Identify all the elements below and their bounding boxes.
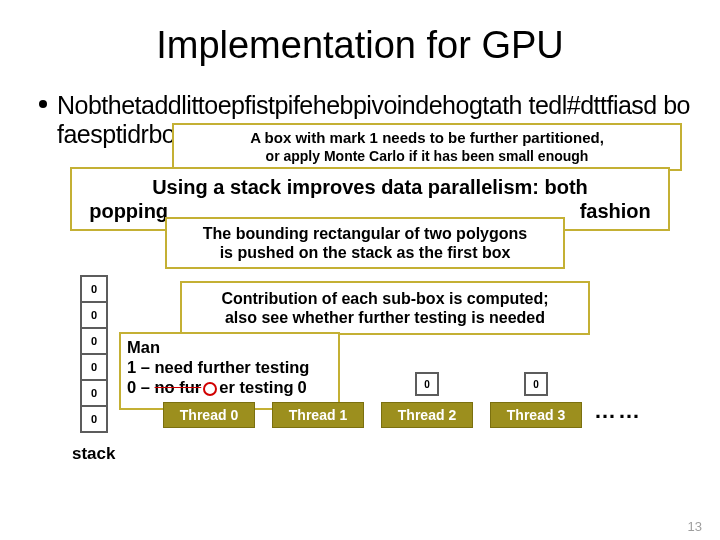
thread-2: Thread 2 xyxy=(381,402,473,428)
legend-line0-strike: no fur xyxy=(155,378,202,396)
callout-summary-l2a: popping xyxy=(89,200,168,222)
legend-line1: 1 – need further testing xyxy=(127,357,332,377)
thread-0: Thread 0 xyxy=(163,402,255,428)
callout-bounding-l1: The bounding rectangular of two polygons xyxy=(175,224,555,243)
callout-pop: A box with mark 1 needs to be further pa… xyxy=(172,123,682,171)
subbox: 0 xyxy=(524,372,548,396)
callout-summary-l1: Using a stack improves data parallelism:… xyxy=(82,175,658,199)
ellipsis-icon: …… xyxy=(594,398,642,424)
legend-line0-end: 0 xyxy=(298,378,307,396)
callout-bounding-l2: is pushed on the stack as the first box xyxy=(175,243,555,262)
thread-3: Thread 3 xyxy=(490,402,582,428)
slide-title: Implementation for GPU xyxy=(0,24,720,67)
stack-cell: 0 xyxy=(80,327,108,355)
thread-1: Thread 1 xyxy=(272,402,364,428)
stack-cell: 0 xyxy=(80,405,108,433)
stack-label: stack xyxy=(72,444,115,464)
callout-summary-l2b: fashion xyxy=(580,200,651,222)
legend-line0: 0 – no furer testing0 xyxy=(127,377,332,397)
callout-bounding: The bounding rectangular of two polygons… xyxy=(165,217,565,269)
callout-pop-l1: A box with mark 1 needs to be further pa… xyxy=(182,129,672,147)
page-number: 13 xyxy=(688,519,702,534)
subbox: 0 xyxy=(415,372,439,396)
callout-contrib-l2: also see whether further testing is need… xyxy=(190,308,580,327)
stack-cell: 0 xyxy=(80,275,108,303)
legend-line0-mid: er testing xyxy=(219,378,293,396)
bullet-dot-icon xyxy=(39,100,47,108)
stack-column: 0 0 0 0 0 0 xyxy=(80,275,108,431)
legend-line0-pre: 0 – xyxy=(127,378,155,396)
bullet-point: Nobthetaddlittoepfistpifehebpivoindehogt… xyxy=(39,91,690,119)
callout-contrib: Contribution of each sub-box is computed… xyxy=(180,281,590,335)
stack-cell: 0 xyxy=(80,301,108,329)
circle-marker-icon xyxy=(203,382,217,396)
mark-legend: Man 1 – need further testing 0 – no fure… xyxy=(119,332,340,410)
legend-title: Man xyxy=(127,337,332,357)
stack-cell: 0 xyxy=(80,379,108,407)
bullet-line1: Nobthetaddlittoepfistpifehebpivoindehogt… xyxy=(57,91,690,119)
callout-pop-l2: or apply Monte Carlo if it has been smal… xyxy=(182,147,672,165)
callout-contrib-l1: Contribution of each sub-box is computed… xyxy=(190,289,580,308)
stack-cell: 0 xyxy=(80,353,108,381)
